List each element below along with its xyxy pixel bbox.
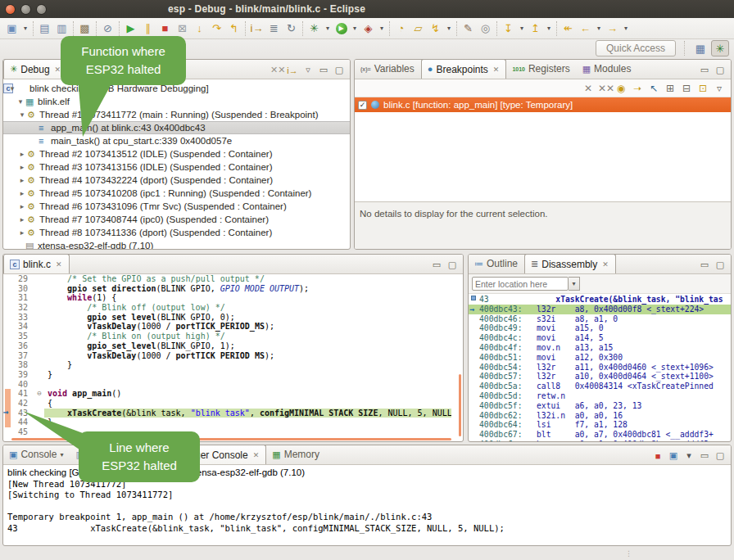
dropdown-caret[interactable]: ▾	[323, 20, 333, 37]
tree-expander-icon[interactable]: ▸	[18, 202, 26, 210]
tab-variables[interactable]: (x)=Variables	[355, 59, 421, 79]
clean-icon[interactable]: ✎	[460, 20, 477, 37]
tree-item[interactable]: ▾⚙Thread #1 1073411772 (main : Running) …	[3, 108, 350, 121]
tab-modules[interactable]: ▦Modules	[577, 59, 638, 79]
disassembly-row[interactable]: 400dbc49: movi a15, 0	[469, 323, 731, 333]
tab-close-icon[interactable]: ✕	[602, 260, 609, 269]
view-menu-icon[interactable]: ▿	[713, 83, 726, 94]
code-line[interactable]: 37 vTaskDelay(1000 / portTICK_PERIOD_MS)…	[3, 351, 463, 361]
minimize-icon[interactable]: ▭	[430, 260, 443, 270]
tree-item[interactable]: ▸⚙Thread #4 1073432224 (dport) (Suspende…	[3, 174, 350, 187]
link-debug-icon[interactable]: ⊡	[696, 83, 709, 94]
refresh-debug-icon[interactable]: ↻	[283, 20, 300, 37]
prev-edit-icon[interactable]: ←	[577, 20, 594, 37]
disassembly-row[interactable]: 400dbc46: s32i a8, a1, 0	[469, 314, 731, 324]
code-line[interactable]: 34 vTaskDelay(1000 / portTICK_PERIOD_MS)…	[3, 322, 463, 332]
code-line[interactable]: 31 while(1) {	[3, 293, 463, 303]
location-input[interactable]	[472, 277, 569, 291]
terminate-icon[interactable]: ■	[156, 20, 174, 37]
new-wizard-icon[interactable]: ▣	[3, 20, 20, 37]
tree-item[interactable]: ▸⚙Thread #5 1073410208 (ipc1 : Running) …	[3, 187, 350, 200]
dropdown-caret[interactable]: ▾	[517, 20, 527, 37]
run-icon[interactable]: ▶	[333, 20, 350, 37]
code-line[interactable]: 29 /* Set the GPIO as a push/pull output…	[3, 274, 463, 284]
code-line[interactable]: 41⊖void app_main()	[3, 389, 463, 399]
resume-icon[interactable]: ▶	[122, 20, 139, 37]
pin-up-icon[interactable]: ↥	[527, 20, 544, 37]
tree-expander-icon[interactable]: ▸	[18, 176, 26, 184]
debug-perspective-icon[interactable]: ✳	[711, 40, 729, 56]
skip-all-icon[interactable]: ↖	[647, 83, 660, 94]
code-line[interactable]: 36 gpio_set_level(BLINK_GPIO, 1);	[3, 341, 463, 351]
minimize-icon[interactable]: ▭	[698, 65, 711, 75]
collapse-all-icon[interactable]: ⊟	[680, 83, 693, 94]
code-line[interactable]: 38 }	[3, 360, 463, 370]
suspend-icon[interactable]: ∥	[139, 20, 156, 37]
save-all-icon[interactable]: ▥	[53, 20, 70, 37]
code-line[interactable]: 30 gpio_set_direction(BLINK_GPIO, GPIO_M…	[3, 284, 463, 294]
dropdown-caret[interactable]: ▾	[682, 450, 695, 461]
disassembly-listing[interactable]: 43 xTaskCreate(&blink_task, "blink_tas→4…	[469, 294, 731, 442]
tree-expander-icon[interactable]: ▸	[18, 189, 26, 197]
disassembly-row[interactable]: 400dbc62: l32i.n a0, a0, 16	[469, 411, 731, 421]
breakpoint-checkbox[interactable]: ✓	[358, 101, 367, 110]
delete-icon[interactable]: ✕	[582, 83, 595, 94]
disassembly-row[interactable]: 400dbc64: lsi f7, a1, 128	[469, 420, 731, 430]
code-line[interactable]: 42{	[3, 399, 463, 409]
minimize-button[interactable]	[20, 4, 31, 15]
tab-disassembly[interactable]: ≣Disassembly✕	[524, 254, 616, 273]
dropdown-caret[interactable]: ▾	[444, 20, 454, 37]
dropdown-caret[interactable]: ▾	[20, 20, 30, 37]
open-folder-icon[interactable]: ▱	[410, 20, 427, 37]
tree-item[interactable]: ▸⚙Thread #6 1073431096 (Tmr Svc) (Suspen…	[3, 200, 350, 213]
view-menu-icon[interactable]: ▿	[301, 65, 315, 75]
disassembly-row[interactable]: 400dbc6a: bnone a0, a1, 0x400dbc8b <__ad…	[469, 440, 731, 442]
disassembly-row[interactable]: →400dbc43: l32r a8, 0x400d00f8 <_stext+2…	[469, 305, 731, 314]
open-task-icon[interactable]: ◔	[392, 20, 410, 37]
code-line[interactable]: 40	[3, 380, 463, 390]
tree-item[interactable]: ▸⚙Thread #2 1073413512 (IDLE) (Suspended…	[3, 147, 350, 160]
next-edit-icon[interactable]: →	[604, 20, 621, 37]
minimize-icon[interactable]: ▭	[698, 260, 711, 270]
step-return-icon[interactable]: ↰	[225, 20, 242, 37]
maximize-icon[interactable]: ▢	[333, 65, 346, 75]
disassembly-row[interactable]: 400dbc4c: movi a14, 5	[469, 333, 731, 343]
tab-close-icon[interactable]: ✕	[253, 451, 260, 459]
tab-breakpoints[interactable]: ●Breakpoints✕	[421, 59, 507, 79]
expand-all-icon[interactable]: ⊞	[664, 83, 677, 94]
instruction-step-toggle-icon[interactable]: i→	[286, 65, 299, 75]
delete-all-icon[interactable]: ✕✕	[598, 83, 611, 94]
disassembly-row[interactable]: 400dbc57: l32r a10, 0x400d0464 <_stext+1…	[469, 372, 731, 382]
back-icon[interactable]: ↞	[560, 20, 577, 37]
disconnect-icon[interactable]: ⊠	[174, 20, 191, 37]
tree-item[interactable]: ▤xtensa-esp32-elf-gdb (7.10)	[3, 239, 350, 250]
skip-all-breakpoints-icon[interactable]: ⊘	[99, 20, 116, 37]
dropdown-caret[interactable]: ▾	[377, 20, 387, 37]
tree-expander-icon[interactable]: ▸	[18, 163, 26, 171]
tree-item[interactable]: ≡main_task() at cpu_start.c:339 0x400d05…	[3, 134, 350, 147]
maximize-icon[interactable]: ▢	[714, 260, 727, 270]
tab-blink.c[interactable]: cblink.c✕	[3, 254, 70, 273]
disassembly-row[interactable]: 400dbc51: movi a12, 0x300	[469, 353, 731, 363]
tab-close-icon[interactable]: ✕	[55, 65, 61, 74]
tab-outline[interactable]: ≔Outline	[469, 254, 524, 273]
fold-marker-icon[interactable]: ⊖	[34, 389, 44, 399]
show-supported-icon[interactable]: ◉	[614, 83, 628, 94]
tab-registers[interactable]: 1010Registers	[506, 59, 576, 79]
instruction-stepping-icon[interactable]: i→	[248, 20, 265, 37]
tree-expander-icon[interactable]: ▸	[18, 215, 26, 224]
tab-debug[interactable]: ✳Debug✕	[3, 59, 68, 79]
minimize-icon[interactable]: ▭	[698, 450, 711, 461]
quick-access-button[interactable]: Quick Access	[596, 40, 676, 56]
code-line[interactable]: 39}	[3, 370, 463, 380]
tree-expander-icon[interactable]: ▾	[18, 111, 26, 119]
terminate-red-icon[interactable]: ■	[651, 451, 664, 461]
disassembly-row[interactable]: 400dbc5d: retw.n	[469, 391, 731, 401]
code-line[interactable]: 35 /* Blink on (output high) */	[3, 332, 463, 341]
debug-icon[interactable]: ✳	[306, 20, 323, 37]
tab-close-icon[interactable]: ✕	[493, 65, 500, 74]
build-icon[interactable]: ▩	[76, 20, 93, 37]
code-line[interactable]: 33 gpio_set_level(BLINK_GPIO, 0);	[3, 313, 463, 323]
dropdown-caret[interactable]: ▾	[621, 20, 631, 37]
tree-expander-icon[interactable]: ▾	[8, 84, 16, 93]
